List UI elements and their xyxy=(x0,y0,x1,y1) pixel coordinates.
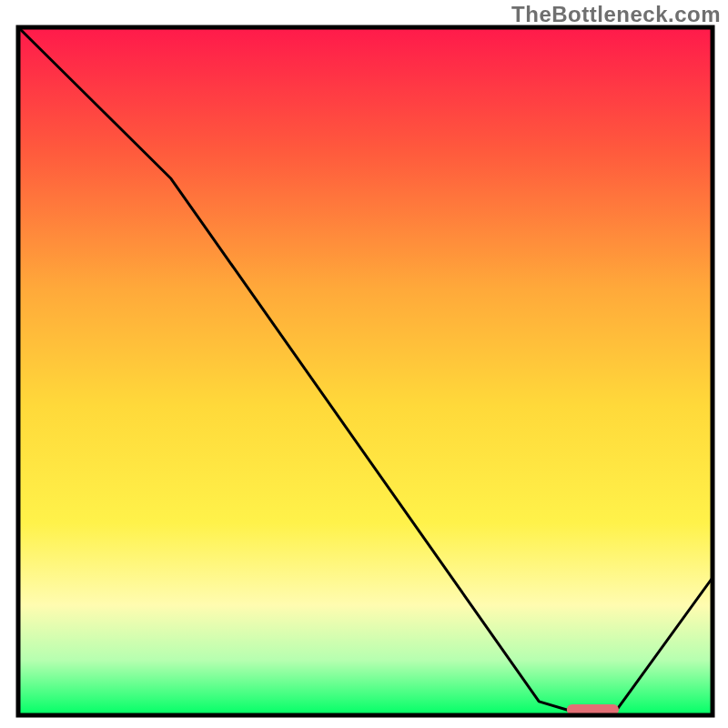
plot-area xyxy=(18,27,713,715)
chart-stage: TheBottleneck.com xyxy=(0,0,728,728)
bottleneck-chart xyxy=(0,0,728,728)
watermark-text: TheBottleneck.com xyxy=(511,2,721,27)
